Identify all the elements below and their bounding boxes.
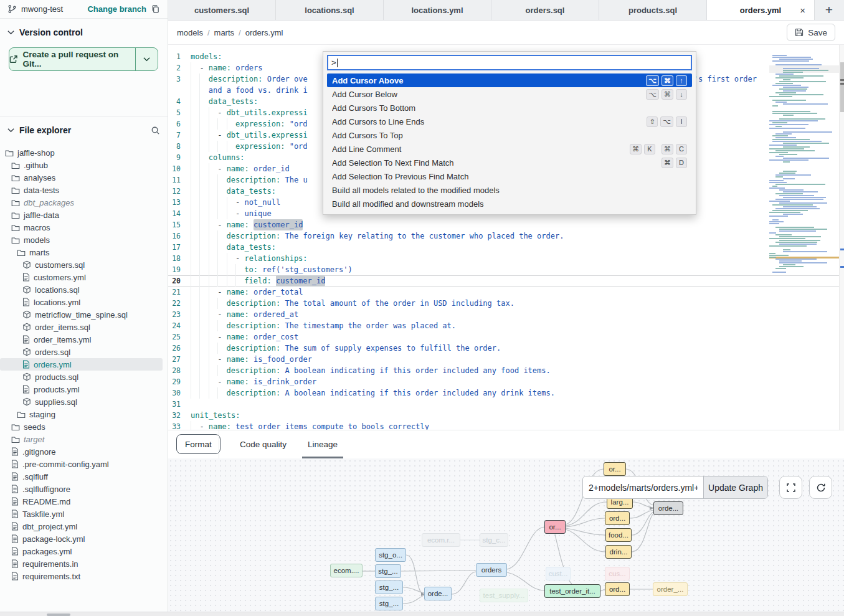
tree-file-order_items.sql[interactable]: order_items.sql [0,321,163,333]
code-line[interactable]: 33- name: test_order_items_compute_to_bo… [168,421,844,430]
code-line[interactable]: 22description: The total amount of the o… [168,298,844,309]
tree-file-order_items.yml[interactable]: order_items.yml [0,333,163,346]
lineage-node-stg_[interactable]: stg_... [375,597,403,610]
tree-folder-dbt_packages[interactable]: dbt_packages [0,196,163,209]
tree-file-package-lock.yml[interactable]: package-lock.yml [0,533,163,545]
palette-item[interactable]: Add Cursors To Top [327,128,692,142]
code-line[interactable]: 19to: ref('stg_customers') [168,264,844,275]
lineage-node-orders[interactable]: orders [476,563,507,577]
fullscreen-button[interactable] [779,476,802,499]
lineage-node-stg_[interactable]: stg_... [375,564,401,578]
tree-folder-jaffle-shop[interactable]: jaffle-shop [0,146,163,159]
tree-folder-data-tests[interactable]: data-tests [0,184,163,196]
tree-file-dbt_project.yml[interactable]: dbt_project.yml [0,520,163,533]
code-line[interactable]: 32unit_tests: [168,410,844,421]
lineage-node-test_supply[interactable]: test_supply... [480,589,528,602]
lineage-node-ord[interactable]: ord... [605,511,630,525]
code-line[interactable]: 30description: A boolean indicating if t… [168,387,844,399]
tree-file-products.yml[interactable]: products.yml [0,383,163,396]
pr-dropdown-caret[interactable] [135,48,158,70]
code-line[interactable]: 15- name: customer_id [168,219,844,230]
code-line[interactable]: 29- name: is_drink_order [168,376,844,387]
close-tab-icon[interactable]: × [800,5,805,16]
palette-item[interactable]: Add Cursor Above⌥⌘↑ [327,73,692,87]
scrollbar-thumb[interactable] [47,614,70,616]
code-line[interactable]: 18- relationships: [168,253,844,264]
tree-folder-seeds[interactable]: seeds [0,420,163,433]
save-button[interactable]: Save [787,24,835,41]
scrollbar-thumb[interactable] [840,62,844,112]
tree-file-packages.yml[interactable]: packages.yml [0,545,163,557]
lineage-node-drin[interactable]: drin... [605,545,632,559]
new-tab-button[interactable]: + [815,0,843,20]
code-line[interactable]: 21- name: order_total [168,287,844,298]
palette-item[interactable]: Add Cursors to Line Ends⇧⌥I [327,115,692,128]
tab-orders.yml[interactable]: orders.yml× [707,0,815,20]
search-icon[interactable] [151,126,160,135]
code-line[interactable]: 27- name: is_food_order [168,354,844,365]
horizontal-scrollbar[interactable] [0,612,844,616]
minimap[interactable] [769,53,839,280]
create-pr-button[interactable]: Create a pull request on Git... [9,47,158,71]
code-line[interactable]: 31 [168,399,844,410]
change-branch-link[interactable]: Change branch [87,4,146,14]
lineage-node-test_order_it[interactable]: test_order_it... [544,584,600,598]
tab-locations.sql[interactable]: locations.sql [276,0,384,20]
tree-file-.sqlfluffignore[interactable]: .sqlfluffignore [0,483,163,495]
tree-folder-analyses[interactable]: analyses [0,171,163,184]
tree-file-.pre-commit-config.yaml[interactable]: .pre-commit-config.yaml [0,458,163,470]
version-control-header[interactable]: Version control [0,19,168,42]
graph-filter-input[interactable] [583,476,703,498]
tab-customers.sql[interactable]: customers.sql [168,0,276,20]
tree-file-products.sql[interactable]: products.sql [0,371,163,383]
lineage-canvas[interactable]: ecom....stg_o...stg_...stg_...stg_...ord… [168,458,844,612]
lineage-node-stg_[interactable]: stg_... [375,580,403,594]
lineage-node-stg_o[interactable]: stg_o... [375,548,406,562]
tree-file-supplies.sql[interactable]: supplies.sql [0,396,163,408]
code-line[interactable]: 20field: customer_id [168,275,844,287]
code-line[interactable]: 28description: A boolean indicating if t… [168,365,844,376]
lineage-node-food[interactable]: food... [605,528,632,542]
tab-locations.yml[interactable]: locations.yml [384,0,491,20]
tree-file-orders.sql[interactable]: orders.sql [0,346,163,358]
lineage-node-stg_c[interactable]: stg_c... [480,533,508,547]
lineage-node-cust[interactable]: cust... [546,567,571,580]
breadcrumb-item[interactable]: models [177,28,203,37]
code-line[interactable]: 24description: The timestamp the order w… [168,320,844,331]
palette-item[interactable]: Add Selection To Previous Find Match [327,169,692,183]
lineage-node-or[interactable]: or... [604,462,626,476]
lineage-node-cus[interactable]: cus... [605,567,630,580]
tree-folder-.github[interactable]: .github [0,159,163,171]
tree-folder-models[interactable]: models [0,234,163,246]
tree-folder-jaffle-data[interactable]: jaffle-data [0,209,163,221]
tree-file-customers.sql[interactable]: customers.sql [0,258,163,271]
lineage-node-ecomr[interactable]: ecom.r... [422,533,460,547]
lineage-node-orde[interactable]: orde... [653,501,683,515]
lineage-node-orde[interactable]: orde... [424,587,452,600]
tab-code-quality[interactable]: Code quality [240,430,287,458]
code-line[interactable]: 25- name: order_cost [168,331,844,343]
palette-item[interactable]: Add Selection To Next Find Match⌘D [327,156,692,169]
palette-item[interactable]: Build all modified and downstream models [327,197,692,211]
tree-file-metricflow_time_spine.sql[interactable]: metricflow_time_spine.sql [0,308,163,321]
palette-item[interactable]: Add Cursor Below⌥⌘↓ [327,87,692,101]
tree-file-requirements.txt[interactable]: requirements.txt [0,570,163,582]
lineage-node-ecom[interactable]: ecom.... [330,564,363,577]
command-palette-input[interactable]: > [327,55,692,70]
tree-file-locations.sql[interactable]: locations.sql [0,283,163,296]
format-button[interactable]: Format [176,434,220,454]
lineage-node-or[interactable]: or... [544,520,566,534]
tree-file-requirements.in[interactable]: requirements.in [0,557,163,570]
tab-orders.sql[interactable]: orders.sql [491,0,599,20]
code-line[interactable]: 16description: The foreign key relating … [168,230,844,242]
tree-file-.sqlfluff[interactable]: .sqlfluff [0,470,163,483]
tree-file-orders.yml[interactable]: orders.yml [0,358,163,371]
breadcrumb-item[interactable]: marts [214,28,235,37]
palette-item[interactable]: Build all models related to the modified… [327,183,692,197]
tab-lineage[interactable]: Lineage [308,430,338,458]
vertical-scrollbar[interactable] [839,45,844,430]
refresh-button[interactable] [809,476,832,499]
tree-file-customers.yml[interactable]: customers.yml [0,271,163,283]
tree-file-Taskfile.yml[interactable]: Taskfile.yml [0,508,163,520]
tree-folder-marts[interactable]: marts [0,246,163,258]
